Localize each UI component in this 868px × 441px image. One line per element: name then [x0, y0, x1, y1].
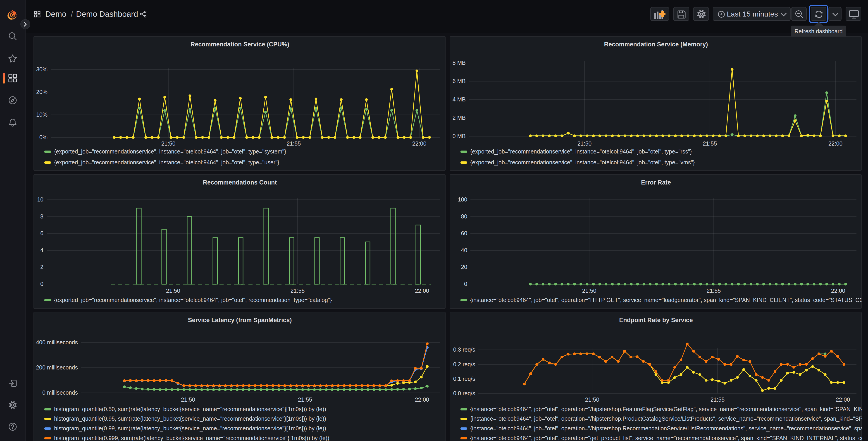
svg-text:200 milliseconds: 200 milliseconds	[36, 364, 78, 371]
svg-text:0%: 0%	[39, 134, 48, 140]
svg-text:8 MB: 8 MB	[453, 60, 466, 66]
svg-text:21:50: 21:50	[582, 288, 596, 294]
svg-text:{exported_job="recommendations: {exported_job="recommendationservice", i…	[54, 148, 286, 155]
svg-text:21:55: 21:55	[290, 288, 305, 294]
svg-text:Error Rate: Error Rate	[641, 179, 671, 186]
svg-text:21:50: 21:50	[166, 288, 180, 294]
svg-text:{instance="otelcol:9464", job=: {instance="otelcol:9464", job="otel", op…	[470, 297, 862, 303]
svg-text:21:50: 21:50	[578, 140, 592, 147]
svg-text:Endpoint Rate by Service: Endpoint Rate by Service	[619, 317, 693, 324]
svg-text:0.1 req/s: 0.1 req/s	[453, 376, 475, 382]
svg-text:{exported_job="recommendations: {exported_job="recommendationservice", i…	[54, 297, 332, 303]
svg-text:21:55: 21:55	[703, 140, 717, 147]
svg-text:0: 0	[40, 281, 43, 287]
svg-text:2: 2	[40, 264, 43, 270]
svg-text:0: 0	[464, 281, 467, 287]
svg-text:60: 60	[461, 230, 467, 236]
svg-text:histogram_quantile(0.95, sum(r: histogram_quantile(0.95, sum(rate(latenc…	[54, 415, 326, 422]
svg-text:6 MB: 6 MB	[453, 78, 466, 84]
svg-text:30%: 30%	[36, 66, 48, 72]
svg-text:21:50: 21:50	[585, 396, 599, 403]
svg-text:histogram_quantile(0.99, sum(r: histogram_quantile(0.99, sum(rate(latenc…	[54, 425, 326, 432]
svg-text:histogram_quantile(0.999, sum(: histogram_quantile(0.999, sum(rate(laten…	[54, 435, 329, 441]
svg-text:4 MB: 4 MB	[453, 96, 466, 102]
svg-text:10: 10	[37, 196, 43, 203]
svg-text:0.2 req/s: 0.2 req/s	[453, 361, 475, 368]
svg-text:{exported_job="recommendations: {exported_job="recommendationservice", i…	[54, 159, 279, 166]
svg-text:21:55: 21:55	[298, 396, 312, 403]
svg-text:20: 20	[461, 264, 467, 270]
svg-text:0 milliseconds: 0 milliseconds	[42, 389, 78, 396]
svg-text:{instance="otelcol:9464", job=: {instance="otelcol:9464", job="otel", op…	[470, 415, 862, 422]
svg-text:21:55: 21:55	[707, 288, 721, 294]
svg-text:22:00: 22:00	[831, 288, 845, 294]
svg-text:100: 100	[458, 196, 467, 203]
svg-text:22:00: 22:00	[415, 396, 429, 403]
svg-text:{instance="otelcol:9464", job=: {instance="otelcol:9464", job="otel", op…	[470, 435, 862, 441]
svg-text:22:00: 22:00	[415, 288, 429, 294]
svg-text:21:50: 21:50	[161, 140, 176, 147]
svg-text:22:00: 22:00	[828, 140, 843, 147]
svg-text:22:00: 22:00	[412, 140, 427, 147]
svg-text:Recommendation Service (Memory: Recommendation Service (Memory)	[604, 41, 708, 48]
svg-text:histogram_quantile(0.50, sum(r: histogram_quantile(0.50, sum(rate(latenc…	[54, 406, 326, 412]
svg-text:22:00: 22:00	[836, 396, 850, 403]
svg-text:{exported_job="recommendations: {exported_job="recommendationservice", i…	[470, 148, 692, 155]
svg-text:0 MB: 0 MB	[453, 133, 466, 139]
svg-text:6: 6	[40, 230, 43, 236]
svg-text:20%: 20%	[36, 89, 48, 95]
svg-text:2 MB: 2 MB	[453, 115, 466, 121]
svg-text:10%: 10%	[36, 111, 48, 118]
svg-text:{instance="otelcol:9464", job=: {instance="otelcol:9464", job="otel", op…	[470, 406, 862, 412]
svg-text:21:55: 21:55	[711, 396, 725, 403]
svg-text:4: 4	[40, 247, 43, 253]
svg-text:0.0 req/s: 0.0 req/s	[453, 390, 475, 396]
svg-text:Recommendation Service (CPU%): Recommendation Service (CPU%)	[190, 41, 289, 48]
svg-text:80: 80	[461, 213, 467, 219]
svg-text:Recommendations Count: Recommendations Count	[203, 179, 277, 186]
svg-text:21:55: 21:55	[287, 140, 301, 147]
svg-text:21:50: 21:50	[181, 396, 195, 403]
svg-text:40: 40	[461, 247, 467, 253]
svg-text:400 milliseconds: 400 milliseconds	[36, 339, 78, 346]
svg-text:8: 8	[40, 213, 43, 219]
svg-text:{exported_job="recommendations: {exported_job="recommendationservice", i…	[470, 159, 695, 166]
svg-text:0.3 req/s: 0.3 req/s	[453, 346, 475, 353]
svg-text:{instance="otelcol:9464", job=: {instance="otelcol:9464", job="otel", op…	[470, 425, 862, 432]
svg-text:Service Latency (from SpanMetr: Service Latency (from SpanMetrics)	[188, 317, 292, 324]
